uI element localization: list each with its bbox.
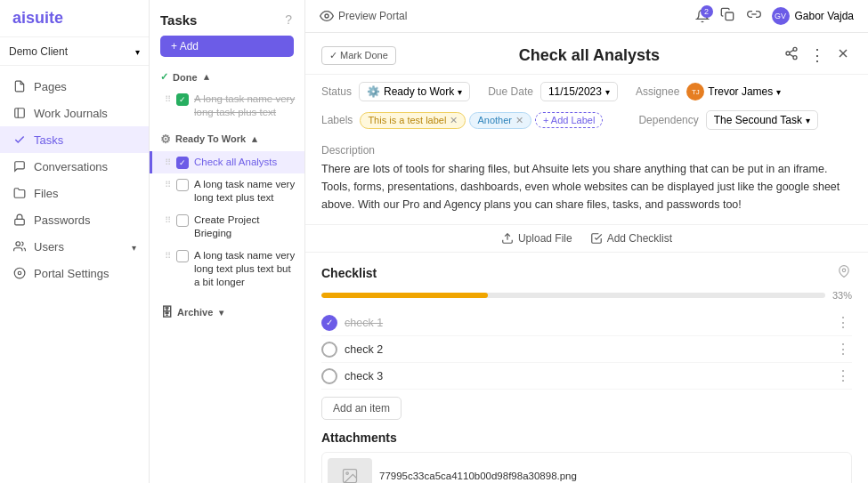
description-text: There are lots of tools for sharing file… <box>321 160 852 213</box>
task-item-4[interactable]: ⠿ A long task name very long text plus t… <box>150 245 304 294</box>
logo: aisuite <box>0 0 149 37</box>
sidebar-item-files[interactable]: Files <box>0 180 149 206</box>
archive-section-header[interactable]: 🗄 Archive ▾ <box>150 300 304 325</box>
description-section: Description There are lots of tools for … <box>305 137 868 224</box>
sidebar-item-tasks[interactable]: Tasks <box>0 126 149 153</box>
eye-icon <box>320 9 334 23</box>
more-options-icon[interactable]: ⋮ <box>836 341 852 358</box>
check-circle-done[interactable]: ✓ <box>321 315 337 331</box>
upload-icon <box>501 232 514 245</box>
mark-done-button[interactable]: ✓ Mark Done <box>321 46 396 65</box>
notification-button[interactable]: 2 <box>695 9 710 23</box>
sidebar-item-pages[interactable]: Pages <box>0 73 149 100</box>
copy-icon <box>720 7 734 21</box>
conversations-icon <box>12 159 27 173</box>
svg-rect-2 <box>15 219 25 224</box>
due-date-badge[interactable]: 11/15/2023 <box>540 82 618 101</box>
task-item-active[interactable]: ⠿ ✓ Check all Analysts <box>150 151 304 173</box>
more-options-icon[interactable]: ⋮ <box>836 367 852 384</box>
add-checklist-button[interactable]: Add Checklist <box>590 232 672 245</box>
sidebar-item-users[interactable]: Users <box>0 233 149 260</box>
sidebar-item-work-journals[interactable]: Work Journals <box>0 100 149 126</box>
add-label-button[interactable]: + Add Label <box>535 112 603 128</box>
sidebar-item-label: Portal Settings <box>34 267 110 280</box>
client-selector[interactable]: Demo Client <box>0 37 149 66</box>
chevron-down-icon <box>605 85 610 98</box>
progress-percentage: 33% <box>832 290 852 301</box>
close-label-icon[interactable]: ✕ <box>450 115 458 126</box>
task-checkbox[interactable] <box>176 250 189 262</box>
svg-line-12 <box>790 50 794 52</box>
status-field: Status ⚙️ Ready to Work <box>321 82 470 101</box>
drag-handle-icon: ⠿ <box>165 94 171 104</box>
svg-point-16 <box>842 269 846 272</box>
svg-point-9 <box>786 52 790 55</box>
ready-to-work-label: Ready To Work <box>175 133 246 144</box>
check-circle-empty[interactable] <box>321 368 337 384</box>
done-section-header[interactable]: ✓ Done ▴ <box>150 66 304 88</box>
portal-settings-icon <box>12 266 27 280</box>
add-task-button[interactable]: + Add <box>160 36 294 57</box>
dependency-value[interactable]: The Secound Task <box>706 110 818 130</box>
more-options-button[interactable]: ⋮ <box>807 44 827 67</box>
label-tag-1[interactable]: This is a test label ✕ <box>360 112 466 129</box>
assignee-value: Trevor James <box>708 85 773 98</box>
task-text: Check all Analysts <box>194 156 277 169</box>
chevron-down-icon <box>458 85 462 98</box>
archive-label: Archive <box>177 307 213 318</box>
topbar: Preview Portal 2 GV Gabor Vajda <box>305 0 868 33</box>
sidebar-item-conversations[interactable]: Conversations <box>0 153 149 180</box>
task-item-2[interactable]: ⠿ A long task name very long text plus t… <box>150 173 304 209</box>
progress-bar-container: 33% <box>321 290 852 301</box>
preview-portal-button[interactable]: Preview Portal <box>320 9 407 23</box>
copy-button[interactable] <box>718 5 736 27</box>
checklist-item-text: check 3 <box>345 370 829 382</box>
sidebar-item-portal-settings[interactable]: Portal Settings <box>0 260 149 286</box>
svg-point-8 <box>793 47 797 51</box>
task-checkbox[interactable]: ✓ <box>176 93 189 106</box>
close-button[interactable] <box>834 44 852 66</box>
link-button[interactable] <box>745 5 763 27</box>
status-badge[interactable]: ⚙️ Ready to Work <box>359 82 470 101</box>
task-checkbox[interactable] <box>176 179 189 191</box>
task-item-done-1[interactable]: ⠿ ✓ A long task name very long task plus… <box>150 88 304 124</box>
sidebar-item-label: Work Journals <box>34 107 108 120</box>
pages-icon <box>12 79 27 93</box>
dependency-label: Dependency <box>638 114 698 126</box>
svg-line-11 <box>790 54 794 57</box>
task-text: A long task name very long text plus tex… <box>194 178 296 205</box>
checklist-pin-button[interactable] <box>836 263 852 283</box>
svg-point-10 <box>793 56 797 60</box>
dependency-field: Dependency The Secound Task <box>638 110 818 130</box>
more-options-icon[interactable]: ⋮ <box>836 314 852 331</box>
add-checklist-item-button[interactable]: Add an item <box>321 397 402 420</box>
sidebar-item-label: Tasks <box>34 133 63 147</box>
ready-to-work-section-header[interactable]: ⚙ Ready To Work ▴ <box>150 127 304 151</box>
check-circle-empty[interactable] <box>321 342 337 358</box>
attachments-title: Attachments <box>321 431 852 445</box>
sidebar-item-passwords[interactable]: Passwords <box>0 206 149 233</box>
work-journals-icon <box>12 106 27 120</box>
archive-icon: 🗄 <box>160 305 173 319</box>
description-label: Description <box>321 144 852 157</box>
label-tag-2[interactable]: Another ✕ <box>469 112 531 129</box>
link-icon <box>747 7 761 21</box>
task-checkbox[interactable] <box>176 214 189 227</box>
task-text: A long task name very long text plus tex… <box>194 249 296 289</box>
task-item-3[interactable]: ⠿ Create Project Brieging <box>150 209 304 245</box>
assignee-avatar: TJ <box>686 83 704 101</box>
attachment-item-1[interactable]: 77995c33ca5ca4110b00d98f98a30898.png <box>321 452 852 483</box>
assignee-badge[interactable]: TJ Trevor James <box>686 83 781 101</box>
checklist-header: Checklist <box>321 263 852 283</box>
tasks-panel-title: Tasks <box>160 12 197 28</box>
task-detail-actions: ⋮ <box>783 44 852 67</box>
close-label-icon[interactable]: ✕ <box>515 115 523 126</box>
upload-file-button[interactable]: Upload File <box>501 232 572 245</box>
tasks-help-button[interactable]: ? <box>283 11 294 28</box>
share-button[interactable] <box>783 44 800 66</box>
task-checkbox[interactable]: ✓ <box>176 157 189 169</box>
attachment-thumbnail <box>328 458 372 483</box>
top-actions: 2 GV Gabor Vajda <box>695 5 855 27</box>
checklist-icon <box>590 232 603 245</box>
logo-accent: ai <box>12 9 26 27</box>
